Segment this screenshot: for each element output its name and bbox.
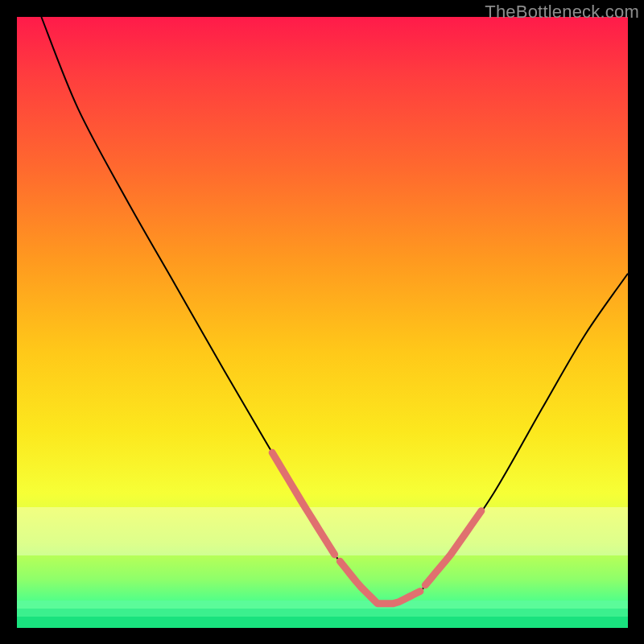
chart-plot-area <box>17 17 628 628</box>
highlight-dash-segment <box>425 511 481 585</box>
highlight-dash-segment <box>340 561 420 603</box>
curve-svg <box>17 17 628 628</box>
highlight-dash-segment <box>272 452 335 555</box>
bottleneck-curve <box>41 17 628 605</box>
highlight-dashes <box>272 452 481 603</box>
watermark-text: TheBottleneck.com <box>485 2 639 23</box>
